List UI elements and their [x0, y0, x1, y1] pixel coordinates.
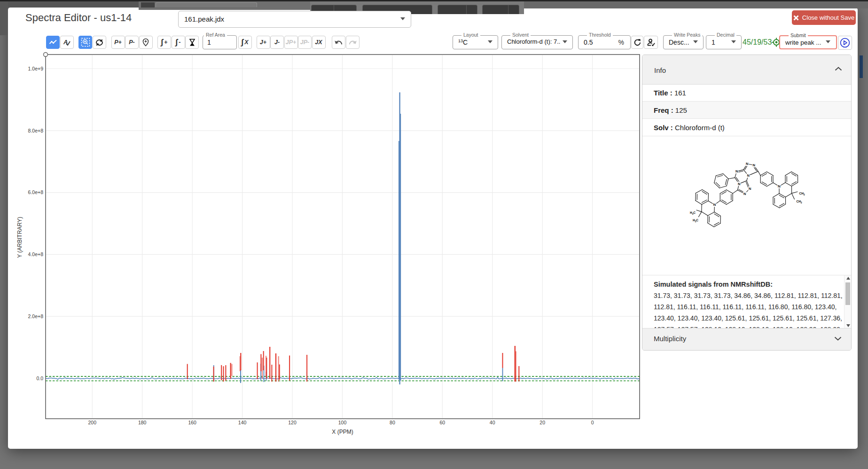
svg-text:160: 160	[188, 420, 196, 425]
svg-text:N: N	[752, 163, 755, 167]
svg-text:20: 20	[540, 420, 545, 425]
svg-text:N: N	[735, 169, 738, 173]
svg-text:60: 60	[439, 420, 445, 425]
svg-text:0: 0	[591, 420, 594, 425]
svg-text:0.0: 0.0	[36, 375, 43, 381]
svg-text:6.0e+8: 6.0e+8	[28, 189, 44, 195]
svg-text:100: 100	[338, 420, 347, 425]
svg-text:N: N	[713, 203, 716, 207]
svg-text:140: 140	[238, 420, 247, 425]
svg-text:120: 120	[288, 420, 297, 425]
svg-text:N: N	[746, 162, 748, 166]
svg-text:X (PPM): X (PPM)	[332, 429, 353, 435]
svg-text:N: N	[747, 173, 749, 178]
svg-text:N: N	[738, 182, 740, 186]
svg-text:1.0e+9: 1.0e+9	[28, 66, 44, 71]
svg-text:8.0e+8: 8.0e+8	[28, 128, 44, 133]
svg-text:Y (ARBITRARY): Y (ARBITRARY)	[16, 217, 23, 258]
svg-text:2.0e+8: 2.0e+8	[28, 313, 44, 319]
svg-text:40: 40	[490, 420, 495, 425]
svg-text:N: N	[778, 184, 781, 188]
svg-text:200: 200	[88, 420, 97, 425]
svg-text:80: 80	[390, 420, 395, 425]
svg-text:180: 180	[138, 420, 147, 425]
svg-text:N: N	[749, 187, 751, 191]
svg-text:N: N	[743, 192, 746, 196]
svg-text:4.0e+8: 4.0e+8	[28, 251, 44, 257]
